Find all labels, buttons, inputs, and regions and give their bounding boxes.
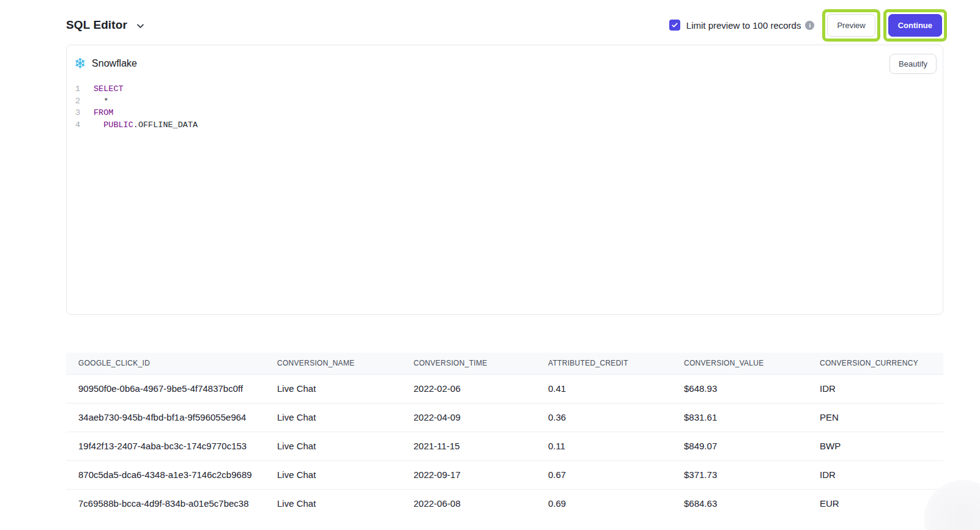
chevron-down-icon[interactable] xyxy=(136,21,145,31)
column-header: CONVERSION_TIME xyxy=(401,353,536,374)
editor-panel-header: ❄ Snowflake Beautify xyxy=(67,45,943,77)
table-cell: 0.36 xyxy=(536,403,672,432)
column-header: CONVERSION_VALUE xyxy=(672,353,807,374)
table-cell: EUR xyxy=(807,489,943,518)
table-cell: Live Chat xyxy=(265,403,401,432)
table-cell: 2022-04-09 xyxy=(401,403,536,432)
preview-button[interactable]: Preview xyxy=(827,14,875,37)
data-table: GOOGLE_CLICK_IDCONVERSION_NAMECONVERSION… xyxy=(66,353,943,518)
table-cell: 2022-02-06 xyxy=(401,374,536,403)
table-cell: Live Chat xyxy=(265,374,401,403)
table-cell: Live Chat xyxy=(265,489,401,518)
table-row: 90950f0e-0b6a-4967-9be5-4f74837bc0ffLive… xyxy=(66,374,943,403)
continue-button-highlight: Continue xyxy=(883,9,947,42)
table-row: 870c5da5-dca6-4348-a1e3-7146c2cb9689Live… xyxy=(66,460,943,489)
table-cell: Live Chat xyxy=(265,460,401,489)
sql-editor-panel: ❄ Snowflake Beautify 1SELECT2 *3FROM4 PU… xyxy=(66,45,943,315)
table-cell: Live Chat xyxy=(265,432,401,460)
table-row: 19f42f13-2407-4aba-bc3c-174c9770c153Live… xyxy=(66,432,943,460)
table-cell: 7c69588b-bcca-4d9f-834b-a01e5c7bec38 xyxy=(66,489,265,518)
code-text: * xyxy=(94,95,108,108)
column-header: GOOGLE_CLICK_ID xyxy=(66,353,265,374)
table-cell: IDR xyxy=(807,460,943,489)
preview-button-highlight: Preview xyxy=(822,9,880,42)
line-number: 4 xyxy=(75,119,85,131)
limit-preview-checkbox-group[interactable]: Limit preview to 100 records xyxy=(669,20,801,31)
table-cell: $371.73 xyxy=(672,460,807,489)
connector-name: Snowflake xyxy=(92,58,137,69)
table-cell: IDR xyxy=(807,374,943,403)
table-cell: 2021-11-15 xyxy=(401,432,536,460)
page: SQL Editor Limit preview to 100 records … xyxy=(0,0,980,530)
topbar: SQL Editor Limit preview to 100 records … xyxy=(66,6,947,44)
continue-button[interactable]: Continue xyxy=(888,14,942,37)
info-icon[interactable]: i xyxy=(805,21,814,30)
topbar-actions: Limit preview to 100 records i Preview C… xyxy=(669,9,947,42)
table-cell: 0.67 xyxy=(536,460,672,489)
table-cell: $849.07 xyxy=(672,432,807,460)
table-cell: BWP xyxy=(807,432,943,460)
table-cell: 34aeb730-945b-4fbd-bf1a-9f596055e964 xyxy=(66,403,265,432)
table-cell: $831.61 xyxy=(672,403,807,432)
table-row: 7c69588b-bcca-4d9f-834b-a01e5c7bec38Live… xyxy=(66,489,943,518)
code-line: 3FROM xyxy=(75,107,943,119)
table-cell: 870c5da5-dca6-4348-a1e3-7146c2cb9689 xyxy=(66,460,265,489)
column-header: CONVERSION_NAME xyxy=(265,353,401,374)
code-line: 1SELECT xyxy=(75,83,943,95)
table-body: 90950f0e-0b6a-4967-9be5-4f74837bc0ffLive… xyxy=(66,374,943,518)
table-cell: $684.63 xyxy=(672,489,807,518)
table-cell: 0.69 xyxy=(536,489,672,518)
line-number: 1 xyxy=(75,83,85,95)
table-cell: PEN xyxy=(807,403,943,432)
results-preview-table: GOOGLE_CLICK_IDCONVERSION_NAMECONVERSION… xyxy=(66,353,943,518)
page-title: SQL Editor xyxy=(66,18,127,32)
code-line: 4 PUBLIC.OFFLINE_DATA xyxy=(75,119,943,131)
table-cell: 2022-09-17 xyxy=(401,460,536,489)
column-header: CONVERSION_CURRENCY xyxy=(807,353,943,374)
code-line: 2 * xyxy=(75,95,943,108)
snowflake-icon: ❄ xyxy=(74,56,86,71)
beautify-button[interactable]: Beautify xyxy=(889,54,937,74)
table-row: 34aeb730-945b-4fbd-bf1a-9f596055e964Live… xyxy=(66,403,943,432)
table-cell: 19f42f13-2407-4aba-bc3c-174c9770c153 xyxy=(66,432,265,460)
limit-preview-checkbox[interactable] xyxy=(669,20,680,31)
limit-preview-label: Limit preview to 100 records xyxy=(686,20,801,31)
code-text: PUBLIC.OFFLINE_DATA xyxy=(94,119,198,131)
table-cell: 2022-06-08 xyxy=(401,489,536,518)
table-cell: 0.41 xyxy=(536,374,672,403)
line-number: 2 xyxy=(75,95,85,108)
sql-editor-title-dropdown[interactable]: SQL Editor xyxy=(66,18,145,32)
table-cell: 90950f0e-0b6a-4967-9be5-4f74837bc0ff xyxy=(66,374,265,403)
table-cell: $648.93 xyxy=(672,374,807,403)
code-text: SELECT xyxy=(94,83,124,95)
table-cell: 0.11 xyxy=(536,432,672,460)
sql-code-editor[interactable]: 1SELECT2 *3FROM4 PUBLIC.OFFLINE_DATA xyxy=(67,77,943,131)
column-header: ATTRIBUTED_CREDIT xyxy=(536,353,672,374)
code-text: FROM xyxy=(94,107,113,119)
table-header-row: GOOGLE_CLICK_IDCONVERSION_NAMECONVERSION… xyxy=(66,353,943,374)
check-icon xyxy=(671,21,678,29)
table-header: GOOGLE_CLICK_IDCONVERSION_NAMECONVERSION… xyxy=(66,353,943,374)
line-number: 3 xyxy=(75,107,85,119)
